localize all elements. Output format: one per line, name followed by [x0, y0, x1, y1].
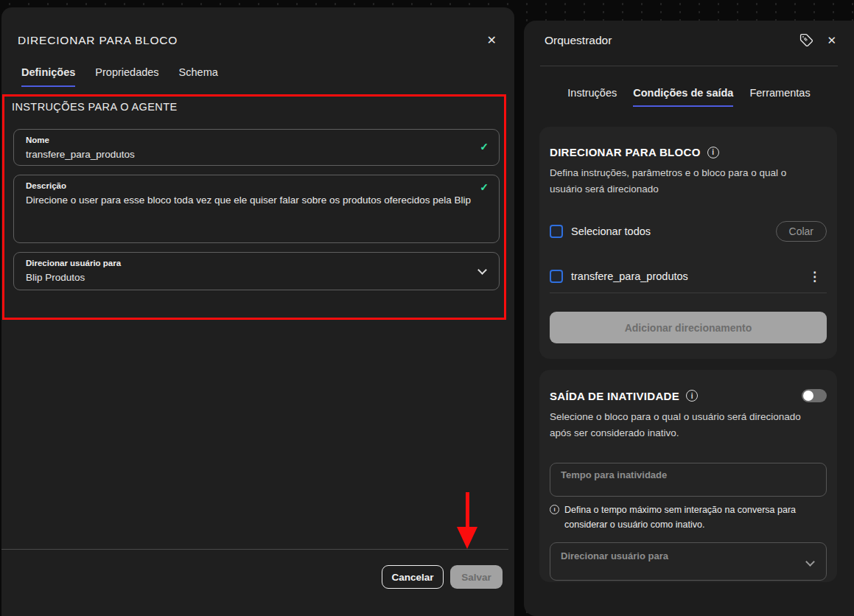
- panel-divider: [540, 66, 838, 66]
- modal-header: DIRECIONAR PARA BLOCO ✕: [18, 34, 497, 47]
- toggle-knob: [803, 391, 813, 401]
- dropdown-placeholder: Direcionar usuário para: [561, 550, 816, 561]
- tab-propriedades[interactable]: Propriedades: [95, 66, 158, 87]
- orchestrator-panel: Orquestrador ✕ Instruções Condições de s…: [524, 21, 854, 616]
- info-icon[interactable]: i: [707, 147, 719, 158]
- card-title-row: SAÍDA DE INATIVIDADE i: [550, 370, 827, 402]
- tab-condicoes-de-saida[interactable]: Condições de saída: [633, 87, 733, 107]
- panel-header: Orquestrador ✕: [545, 33, 836, 47]
- annotation-arrow: [457, 492, 477, 549]
- inactivity-toggle[interactable]: [802, 389, 827, 402]
- valid-check-icon: ✓: [480, 141, 489, 153]
- card-title: DIRECIONAR PARA BLOCO: [550, 146, 701, 158]
- valid-check-icon: ✓: [480, 181, 489, 193]
- inactivity-helper: i Defina o tempo máximo sem interação na…: [550, 503, 815, 532]
- tab-definicoes[interactable]: Definições: [21, 66, 75, 87]
- info-icon: i: [550, 505, 559, 514]
- tag-icon[interactable]: [799, 33, 813, 47]
- tab-schema[interactable]: Schema: [179, 66, 218, 87]
- panel-title: Orquestrador: [545, 34, 612, 47]
- description-field-label: Descrição: [26, 181, 487, 190]
- routing-list-item: transfere_para_produtos ⋮: [550, 270, 827, 283]
- modal-tabs: Definições Propriedades Schema: [21, 66, 218, 87]
- name-field-label: Nome: [26, 136, 487, 144]
- select-all-row: Selecionar todos Colar: [550, 221, 827, 242]
- paste-button[interactable]: Colar: [776, 221, 827, 242]
- description-field-value: Direcione o user para esse bloco toda ve…: [26, 193, 487, 209]
- annotation-arrow-line: [466, 492, 469, 527]
- cancel-button[interactable]: Cancelar: [382, 565, 444, 589]
- card-description: Defina instruções, parâmetros e o bloco …: [550, 165, 809, 197]
- modal-title: DIRECIONAR PARA BLOCO: [18, 34, 178, 47]
- agent-instructions-section-title: INSTRUÇÕES PARA O AGENTE: [12, 101, 177, 113]
- info-icon[interactable]: i: [686, 390, 698, 402]
- redirect-user-select[interactable]: Direcionar usuário para Blip Produtos: [13, 252, 500, 290]
- select-all-label: Selecionar todos: [571, 225, 651, 237]
- annotation-arrow-head: [457, 527, 477, 549]
- inactivity-redirect-select[interactable]: Direcionar usuário para: [550, 542, 827, 581]
- tab-instrucoes[interactable]: Instruções: [567, 87, 617, 107]
- close-icon[interactable]: ✕: [827, 34, 836, 47]
- panel-tabs: Instruções Condições de saída Ferramenta…: [524, 87, 854, 107]
- redirect-select-label: Direcionar usuário para: [26, 259, 487, 267]
- item-checkbox[interactable]: [550, 270, 563, 283]
- card-description: Selecione o bloco para o qual o usuário …: [550, 409, 809, 441]
- block-redirect-modal: DIRECIONAR PARA BLOCO ✕ Definições Propr…: [1, 7, 514, 616]
- redirect-select-value: Blip Produtos: [26, 270, 487, 286]
- close-icon[interactable]: ✕: [487, 35, 497, 46]
- helper-text: Defina o tempo máximo sem interação na c…: [564, 503, 815, 532]
- tab-ferramentas[interactable]: Ferramentas: [749, 87, 810, 107]
- card-title: SAÍDA DE INATIVIDADE: [550, 390, 679, 402]
- inactivity-time-input[interactable]: [550, 463, 827, 497]
- name-field-value: transfere_para_produtos: [26, 147, 487, 163]
- inactivity-exit-card: SAÍDA DE INATIVIDADE i Selecione o bloco…: [539, 370, 837, 582]
- select-all-checkbox[interactable]: [550, 225, 563, 238]
- redirect-to-block-card: DIRECIONAR PARA BLOCO i Defina instruçõe…: [539, 127, 837, 359]
- list-divider: [550, 293, 827, 293]
- footer-divider: [1, 549, 508, 550]
- save-button[interactable]: Salvar: [450, 565, 503, 589]
- description-field[interactable]: Descrição Direcione o user para esse blo…: [13, 175, 500, 243]
- panel-header-icons: ✕: [799, 33, 836, 47]
- name-field[interactable]: Nome transfere_para_produtos ✓: [13, 129, 500, 166]
- add-redirect-button[interactable]: Adicionar direcionamento: [550, 312, 827, 343]
- item-label: transfere_para_produtos: [571, 270, 688, 282]
- card-title-row: DIRECIONAR PARA BLOCO i: [550, 127, 827, 158]
- kebab-menu-icon[interactable]: ⋮: [808, 270, 827, 283]
